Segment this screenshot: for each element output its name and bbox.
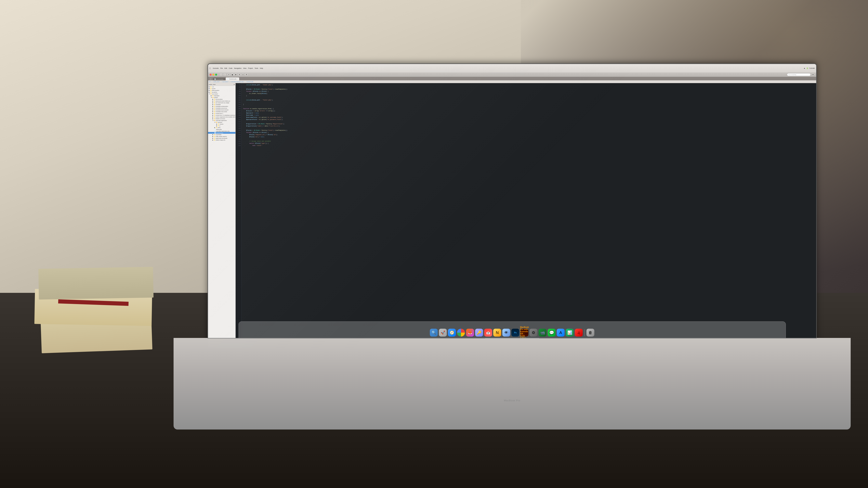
tree-item-layerslider[interactable]: ▶ 📁 LayerSlider bbox=[208, 134, 236, 135]
menu-project[interactable]: Project bbox=[248, 67, 253, 69]
dock-icon-sysprefs[interactable]: ⚙ bbox=[530, 329, 537, 336]
menu-file[interactable]: File bbox=[220, 67, 223, 69]
dock-icon-safari[interactable]: 🧭 bbox=[448, 329, 456, 336]
screen-inner:  Komodo File Edit Code Navigation View … bbox=[208, 64, 816, 348]
tree-arrow-icon: ▶ bbox=[212, 139, 213, 141]
toolbar-btn-5[interactable]: ◫ bbox=[241, 73, 245, 76]
forward-button[interactable]: › bbox=[223, 73, 226, 76]
tree-item-rt[interactable]: ▶ 📁 regenerate-thumbnails bbox=[208, 137, 236, 139]
minimize-button[interactable] bbox=[212, 74, 214, 76]
dock-icon-appstore[interactable]: A bbox=[557, 329, 565, 336]
tree-item-views[interactable]: ▶ 📁 views bbox=[208, 127, 236, 128]
dock-icon-facetime[interactable]: 📹 bbox=[538, 329, 547, 336]
menu-navigation[interactable]: Navigation bbox=[234, 67, 242, 69]
tab-active[interactable]: 📄 functions.php × bbox=[226, 77, 239, 80]
tree-item-acf-pro[interactable]: ▶ 📁 advanced-custom-fields-pro bbox=[208, 100, 236, 102]
tree-arrow-icon: ▶ bbox=[212, 104, 213, 105]
battery-status: 🔋 7:18 AM bbox=[806, 67, 815, 69]
folder-icon: 📁 bbox=[214, 104, 215, 105]
line-num: 102 bbox=[236, 99, 241, 101]
tab-new-btn[interactable]: + bbox=[209, 77, 213, 80]
back-button[interactable]: ‹ bbox=[219, 73, 223, 76]
tree-item-char-av[interactable]: ▶ 📁 charitable-view-avatar bbox=[208, 111, 236, 112]
tree-item-char-lic[interactable]: ▶ 📁 charitable-license-bearer bbox=[208, 109, 236, 111]
tree-label: languages bbox=[214, 95, 219, 96]
dock-icon-preview[interactable]: 👁 bbox=[502, 329, 510, 336]
active-tab-close[interactable]: × bbox=[237, 78, 238, 79]
tree-item-functions-php[interactable]: 📄 functions.php bbox=[208, 132, 236, 134]
dock-icon-photoshop[interactable]: Ps bbox=[512, 329, 519, 336]
tree-arrow-icon: ▶ bbox=[212, 112, 213, 114]
tab-bar: + 📄 functions.php × 📄 functions.php × bbox=[208, 77, 816, 80]
menu-edit[interactable]: Edit bbox=[224, 67, 227, 69]
tree-item-riu[interactable]: ▶ 📁 relative-image-urls bbox=[208, 139, 236, 141]
dock-icon-chrome[interactable] bbox=[457, 329, 465, 336]
tree-item-cf7[interactable]: ▶ 📁 contact-form-7 bbox=[208, 112, 236, 114]
dock-icon-keychain[interactable]: 🔑 bbox=[475, 329, 483, 336]
tree-item-rsc[interactable]: ▶ 📁 really-simple-captcha bbox=[208, 135, 236, 137]
tree-item-languages[interactable]: ▶ 📁 languages bbox=[208, 95, 236, 97]
ide-body: public_html ⚙ ▶ 📁 .src ▶ 📁 bbox=[208, 83, 816, 346]
line-num: 96 bbox=[236, 86, 241, 88]
tree-label: wp-admin bbox=[212, 92, 217, 93]
dock-icon-finder[interactable]: 🔍 bbox=[430, 329, 438, 336]
dock-icon-itunes[interactable]: ♫ bbox=[575, 329, 583, 336]
toolbar-btn-1[interactable]: ↺ bbox=[227, 73, 230, 76]
tab-close-icon[interactable]: × bbox=[224, 78, 224, 80]
dock-icon-firefox[interactable]: 🦊 bbox=[466, 329, 474, 336]
tree-item-er-php[interactable]: 📄 extended-registration.php bbox=[208, 130, 236, 132]
line-num: 105 bbox=[236, 105, 241, 108]
tree-item-wpadmin[interactable]: ▶ 📁 wp-admin bbox=[208, 91, 236, 93]
tree-item-src[interactable]: ▶ 📁 .src bbox=[208, 86, 236, 88]
menu-tools[interactable]: Tools bbox=[254, 67, 258, 69]
close-button[interactable] bbox=[210, 74, 212, 76]
tree-item-pf[interactable]: ▶ 📁 pfformyvalmin bbox=[208, 89, 236, 91]
line-numbers: 95 96 97 98 99 100 101 102 103 104 105 1… bbox=[236, 83, 242, 346]
tree-item-acf[interactable]: ▶ 📁 acf-accordion bbox=[208, 98, 236, 100]
sidebar-gear-icon[interactable]: ⚙ bbox=[234, 84, 235, 85]
code-content[interactable]: include($view_path . 'header.php'); $fie… bbox=[242, 83, 816, 346]
dock-icon-messages[interactable]: 💬 bbox=[548, 329, 556, 336]
menu-view[interactable]: View bbox=[243, 67, 246, 69]
dock-icon-numbers[interactable]: 📊 bbox=[566, 329, 574, 336]
tree-item-cgi[interactable]: ▶ 📁 cgi-bin bbox=[208, 88, 236, 89]
tree-item-backend[interactable]: ▼ 📂 backend bbox=[208, 121, 236, 123]
menu-code[interactable]: Code bbox=[229, 67, 232, 69]
books-stack bbox=[35, 263, 165, 351]
apple-menu[interactable]:  bbox=[210, 67, 210, 70]
tree-item-plugins[interactable]: ▼ 📂 plugins bbox=[208, 97, 236, 98]
tree-item-amr[interactable]: ▶ 📁 amr-shortcode-any-widget bbox=[208, 102, 236, 104]
goto-search[interactable]: Go to Anything bbox=[787, 73, 811, 76]
tree-item-dc[interactable]: ▶ 📁 disable-comments bbox=[208, 118, 236, 120]
tree-item-char-anon[interactable]: ▶ 📁 charitable-anonymous bbox=[208, 107, 236, 109]
line-num: 99 bbox=[236, 93, 241, 95]
tree-item-classes[interactable]: ▶ 📁 classes bbox=[208, 123, 236, 125]
tree-item-char-amb[interactable]: ▶ 📁 charitable-ambassadors bbox=[208, 105, 236, 107]
tree-item-js[interactable]: ▶ 📁 js bbox=[208, 125, 236, 127]
tree-item-debug[interactable]: 📄 debug.php bbox=[208, 128, 236, 130]
tab-inactive[interactable]: 📄 functions.php × bbox=[213, 78, 225, 80]
line-num: 108 bbox=[236, 112, 241, 114]
search-btn[interactable]: ⊞ bbox=[811, 73, 815, 76]
tree-item-charitable[interactable]: ▶ 📁 charitable bbox=[208, 104, 236, 105]
toolbar-btn-4[interactable]: ⧉ bbox=[238, 73, 241, 76]
tree-item-cf7db[interactable]: ▶ 📁 contact-form-7-to-database-extension bbox=[208, 114, 236, 116]
dock-icon-notes[interactable]: N bbox=[493, 329, 501, 336]
dock-icon-illustrator[interactable]: MacBook Pro with Komodo IDE - Code Edito… bbox=[521, 329, 528, 336]
tree-item-er[interactable]: ▼ 📂 extended-registration bbox=[208, 120, 236, 121]
tree-arrow-icon: ▶ bbox=[211, 95, 212, 96]
toolbar-btn-3[interactable]: ▶ bbox=[234, 73, 238, 76]
toolbar-btn-6[interactable]: ⚙ bbox=[245, 73, 248, 76]
tree-item-crfb[interactable]: ▶ 📁 custom-registration-form-builder-wit… bbox=[208, 116, 236, 118]
maximize-button[interactable] bbox=[215, 74, 217, 76]
breadcrumb-text: tml > ... > public_html > ... > wp-conte… bbox=[209, 81, 253, 82]
dock-icon-calendar[interactable]: 📅 bbox=[484, 329, 492, 336]
dock-icon-trash[interactable]: 🗑 bbox=[587, 329, 594, 336]
menu-komodo[interactable]: Komodo bbox=[213, 67, 219, 69]
window-controls bbox=[210, 74, 217, 76]
tree-item-wpcontent[interactable]: ▼ 📂 wp-content bbox=[208, 93, 236, 95]
menu-help[interactable]: Help bbox=[260, 67, 263, 69]
toolbar-btn-2[interactable]: ⏹ bbox=[231, 73, 234, 76]
dock-icon-launchpad[interactable]: 🚀 bbox=[439, 329, 447, 336]
code-editor[interactable]: 95 96 97 98 99 100 101 102 103 104 105 1… bbox=[236, 83, 816, 346]
